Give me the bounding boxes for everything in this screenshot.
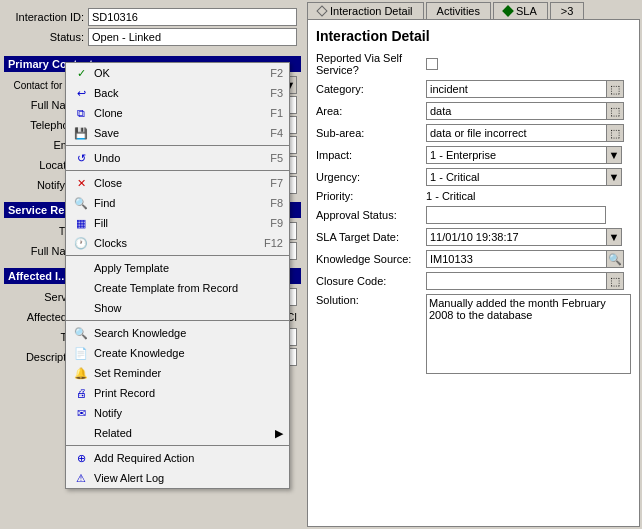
tab-more[interactable]: >3 — [550, 2, 585, 19]
menu-add-required-action[interactable]: ⊕ Add Required Action — [66, 448, 289, 468]
clock-icon: 🕐 — [72, 235, 90, 251]
related-submenu-arrow: ▶ — [275, 427, 283, 440]
menu-notify[interactable]: ✉ Notify — [66, 403, 289, 423]
approval-status-label: Approval Status: — [316, 209, 426, 221]
create-knowledge-icon: 📄 — [72, 345, 90, 361]
undo-icon: ↺ — [72, 150, 90, 166]
menu-clone-label: Clone — [94, 107, 262, 119]
menu-search-knowledge-label: Search Knowledge — [94, 327, 283, 339]
menu-fill[interactable]: ▦ Fill F9 — [66, 213, 289, 233]
menu-notify-label: Notify — [94, 407, 283, 419]
knowledge-source-label: Knowledge Source: — [316, 253, 426, 265]
closure-code-input[interactable] — [426, 272, 606, 290]
tab-more-label: >3 — [561, 5, 574, 17]
menu-print-record-label: Print Record — [94, 387, 283, 399]
menu-separator-2 — [66, 170, 289, 171]
menu-find[interactable]: 🔍 Find F8 — [66, 193, 289, 213]
menu-save[interactable]: 💾 Save F4 — [66, 123, 289, 143]
find-icon: 🔍 — [72, 195, 90, 211]
detail-panel: Interaction Detail Reported Via Self Ser… — [307, 19, 640, 527]
sub-area-browse-btn[interactable]: ⬚ — [606, 124, 624, 142]
menu-clone[interactable]: ⧉ Clone F1 — [66, 103, 289, 123]
urgency-input[interactable] — [426, 168, 606, 186]
panel-title: Interaction Detail — [316, 28, 631, 44]
menu-apply-template[interactable]: Apply Template — [66, 258, 289, 278]
menu-create-knowledge[interactable]: 📄 Create Knowledge — [66, 343, 289, 363]
show-icon — [72, 300, 90, 316]
menu-clocks[interactable]: 🕐 Clocks F12 — [66, 233, 289, 253]
closure-code-label: Closure Code: — [316, 275, 426, 287]
knowledge-source-search-btn[interactable]: 🔍 — [606, 250, 624, 268]
menu-save-label: Save — [94, 127, 262, 139]
impact-label: Impact: — [316, 149, 426, 161]
impact-input[interactable] — [426, 146, 606, 164]
closure-code-btn[interactable]: ⬚ — [606, 272, 624, 290]
solution-textarea[interactable]: Manually added the month February 2008 t… — [426, 294, 631, 374]
menu-set-reminder[interactable]: 🔔 Set Reminder — [66, 363, 289, 383]
knowledge-source-input[interactable] — [426, 250, 606, 268]
menu-ok-label: OK — [94, 67, 262, 79]
interaction-id-input[interactable] — [88, 8, 297, 26]
menu-create-template[interactable]: Create Template from Record — [66, 278, 289, 298]
tab-bar: Interaction Detail Activities SLA >3 — [305, 0, 642, 19]
menu-print-record[interactable]: 🖨 Print Record — [66, 383, 289, 403]
menu-close-label: Close — [94, 177, 262, 189]
sub-area-input[interactable] — [426, 124, 606, 142]
impact-dropdown-btn[interactable]: ▼ — [606, 146, 622, 164]
menu-back[interactable]: ↩ Back F3 — [66, 83, 289, 103]
context-menu: ✓ OK F2 ↩ Back F3 ⧉ Clone F1 💾 Save F4 ↺ — [65, 62, 290, 489]
menu-set-reminder-label: Set Reminder — [94, 367, 283, 379]
menu-undo-shortcut: F5 — [270, 152, 283, 164]
tab-sla[interactable]: SLA — [493, 2, 548, 19]
tab-interaction-detail-label: Interaction Detail — [330, 5, 413, 17]
menu-view-alert-log[interactable]: ⚠ View Alert Log — [66, 468, 289, 488]
area-browse-btn[interactable]: ⬚ — [606, 102, 624, 120]
apply-template-icon — [72, 260, 90, 276]
menu-show-label: Show — [94, 302, 283, 314]
menu-separator-1 — [66, 145, 289, 146]
priority-value: 1 - Critical — [426, 190, 631, 202]
menu-ok-shortcut: F2 — [270, 67, 283, 79]
menu-save-shortcut: F4 — [270, 127, 283, 139]
menu-undo-label: Undo — [94, 152, 262, 164]
solution-label: Solution: — [316, 294, 426, 306]
menu-clone-shortcut: F1 — [270, 107, 283, 119]
menu-separator-3 — [66, 255, 289, 256]
menu-back-label: Back — [94, 87, 262, 99]
menu-clocks-label: Clocks — [94, 237, 256, 249]
sla-target-date-input[interactable] — [426, 228, 606, 246]
sla-date-dropdown-btn[interactable]: ▼ — [606, 228, 622, 246]
menu-add-required-action-label: Add Required Action — [94, 452, 283, 464]
urgency-dropdown-btn[interactable]: ▼ — [606, 168, 622, 186]
category-input[interactable] — [426, 80, 606, 98]
status-input[interactable] — [88, 28, 297, 46]
area-input[interactable] — [426, 102, 606, 120]
menu-related-label: Related — [94, 427, 271, 439]
menu-find-shortcut: F8 — [270, 197, 283, 209]
menu-undo[interactable]: ↺ Undo F5 — [66, 148, 289, 168]
menu-back-shortcut: F3 — [270, 87, 283, 99]
check-icon: ✓ — [72, 65, 90, 81]
clone-icon: ⧉ — [72, 105, 90, 121]
approval-status-input[interactable] — [426, 206, 606, 224]
menu-show[interactable]: Show — [66, 298, 289, 318]
menu-find-label: Find — [94, 197, 262, 209]
category-browse-btn[interactable]: ⬚ — [606, 80, 624, 98]
menu-create-knowledge-label: Create Knowledge — [94, 347, 283, 359]
reported-label: Reported Via Self Service? — [316, 52, 426, 76]
menu-search-knowledge[interactable]: 🔍 Search Knowledge — [66, 323, 289, 343]
tab-interaction-detail[interactable]: Interaction Detail — [307, 2, 424, 19]
menu-close[interactable]: ✕ Close F7 — [66, 173, 289, 193]
reported-checkbox[interactable] — [426, 58, 438, 70]
save-icon: 💾 — [72, 125, 90, 141]
close-x-icon: ✕ — [72, 175, 90, 191]
tab-activities[interactable]: Activities — [426, 2, 491, 19]
area-label: Area: — [316, 105, 426, 117]
menu-ok[interactable]: ✓ OK F2 — [66, 63, 289, 83]
add-action-icon: ⊕ — [72, 450, 90, 466]
menu-separator-5 — [66, 445, 289, 446]
alert-log-icon: ⚠ — [72, 470, 90, 486]
fill-icon: ▦ — [72, 215, 90, 231]
category-label: Category: — [316, 83, 426, 95]
menu-related[interactable]: Related ▶ — [66, 423, 289, 443]
